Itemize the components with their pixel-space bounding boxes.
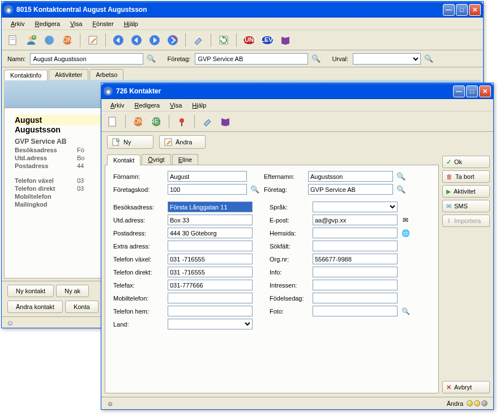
field-select[interactable]	[168, 319, 253, 329]
field-input[interactable]	[313, 267, 398, 277]
foretag-input[interactable]	[308, 184, 393, 195]
toolbar: + KONT KUND LEV.	[2, 30, 483, 50]
titlebar[interactable]: ◉ 726 Kontakter — □ ✕	[101, 83, 493, 99]
efternamn-input[interactable]	[308, 171, 393, 182]
titlebar[interactable]: ◉ 8015 Kontaktcentral August Augustsson …	[2, 2, 483, 18]
close-button[interactable]: ✕	[479, 85, 491, 97]
avbryt-button[interactable]: ✕Avbryt	[442, 381, 490, 393]
tab-eline[interactable]: Eline	[172, 154, 198, 165]
tool-kont-icon[interactable]: KONT	[59, 32, 75, 48]
aktivitet-button[interactable]: ▶Aktivitet	[442, 185, 490, 198]
tab-kontaktinfo[interactable]: Kontaktinfo	[4, 70, 48, 80]
field-input[interactable]	[313, 280, 398, 290]
field-label: Telefon hem:	[113, 308, 164, 315]
field-input[interactable]	[313, 254, 398, 264]
search-icon[interactable]: 🔍	[396, 172, 405, 181]
tool-lev-icon[interactable]: LEV.	[259, 32, 275, 48]
mail-icon[interactable]: ✉	[401, 216, 410, 225]
tool-fwd-icon[interactable]	[147, 32, 163, 48]
menu-redigera[interactable]: Redigera	[30, 19, 65, 28]
field-input[interactable]	[168, 202, 253, 212]
field-input[interactable]	[313, 306, 398, 316]
field-input[interactable]	[168, 254, 253, 264]
importera-button: ⬇Importera	[442, 215, 490, 227]
field-input[interactable]	[168, 241, 253, 251]
tool-book-icon[interactable]	[277, 32, 293, 48]
contact-form: Förnamn: Efternamn: 🔍 Företagskod: 🔍 För…	[105, 165, 439, 393]
field-input[interactable]	[168, 228, 253, 238]
tool-book-icon[interactable]	[217, 114, 233, 130]
tool-fwd2-icon[interactable]	[165, 32, 181, 48]
ny-kontakt-button[interactable]: Ny kontakt	[7, 285, 54, 297]
tool-refresh-icon[interactable]	[216, 32, 232, 48]
search-icon[interactable]: 🔍	[250, 185, 259, 194]
ny-button[interactable]: +Ny	[107, 135, 153, 149]
menu-fonster[interactable]: Fönster	[88, 19, 118, 28]
menu-visa[interactable]: Visa	[165, 101, 186, 110]
tab-aktiviteter[interactable]: Aktiviteter	[49, 69, 88, 80]
field-input[interactable]	[313, 293, 398, 303]
field-select[interactable]	[313, 202, 398, 212]
tool-new-icon[interactable]	[5, 32, 21, 48]
tool-edit-icon[interactable]	[85, 32, 101, 48]
andra-button[interactable]: Ändra	[159, 135, 206, 149]
field-label: Sökfält:	[270, 243, 309, 250]
menu-hjalp[interactable]: Hjälp	[187, 101, 211, 110]
tabort-button[interactable]: 🗑Ta bort	[442, 170, 490, 183]
minimize-button[interactable]: —	[443, 4, 455, 16]
field-input[interactable]	[168, 280, 253, 290]
tool-user-icon[interactable]: +	[23, 32, 39, 48]
menu-hjalp[interactable]: Hjälp	[119, 19, 143, 28]
search-icon[interactable]: 🔍	[401, 307, 410, 316]
field-input[interactable]	[168, 293, 253, 303]
fornamn-label: Förnamn:	[113, 173, 164, 180]
field-input[interactable]	[313, 241, 398, 251]
field-input[interactable]	[313, 228, 398, 238]
field-input[interactable]	[168, 306, 253, 316]
sms-button[interactable]: ✉SMS	[442, 200, 490, 212]
menu-arkiv[interactable]: Arkiv	[6, 19, 29, 28]
minimize-button[interactable]: —	[453, 85, 465, 97]
field-input[interactable]	[313, 215, 398, 225]
tab-arbetso[interactable]: Arbetso	[89, 69, 123, 80]
fornamn-input[interactable]	[168, 171, 247, 182]
andra-kontakt-button[interactable]: Ändra kontakt	[7, 301, 63, 313]
urval-select[interactable]	[353, 53, 421, 65]
konta-button[interactable]: Konta	[65, 301, 99, 313]
search-icon[interactable]: 🔍	[424, 54, 433, 63]
menu-arkiv[interactable]: Arkiv	[106, 101, 129, 110]
search-icon[interactable]: 🔍	[147, 54, 156, 63]
tool-foretag-icon[interactable]: FÖRETAG	[148, 114, 164, 130]
close-button[interactable]: ✕	[469, 4, 481, 16]
search-icon[interactable]: 🔍	[396, 185, 405, 194]
svg-point-24	[180, 118, 184, 123]
tab-kontakt[interactable]: Kontakt	[107, 155, 140, 165]
name-input[interactable]	[30, 53, 143, 65]
tool-kont-icon[interactable]: KONT	[130, 114, 146, 130]
tool-new-icon[interactable]	[105, 114, 121, 130]
foretagskod-input[interactable]	[168, 184, 247, 195]
ny-ak-button[interactable]: Ny ak	[56, 285, 89, 297]
tool-back-icon[interactable]	[110, 32, 126, 48]
menubar: Arkiv Redigera Visa Fönster Hjälp	[2, 18, 483, 30]
tool-eraser-icon[interactable]	[190, 32, 206, 48]
search-icon[interactable]: 🔍	[311, 54, 321, 63]
maximize-button[interactable]: □	[466, 85, 478, 97]
tab-ovrigt[interactable]: Övrigt	[142, 154, 170, 165]
field-input[interactable]	[168, 215, 253, 225]
maximize-button[interactable]: □	[456, 4, 468, 16]
card-row-label: Telefon växel	[15, 177, 77, 184]
svg-rect-19	[109, 117, 116, 126]
ok-button[interactable]: ✓Ok	[442, 156, 490, 168]
tool-back2-icon[interactable]	[129, 32, 144, 48]
field-label: E-post:	[270, 217, 309, 224]
web-icon[interactable]: 🌐	[401, 229, 410, 238]
menu-redigera[interactable]: Redigera	[130, 101, 164, 110]
tool-globe-icon[interactable]	[41, 32, 57, 48]
tool-pin-icon[interactable]	[174, 114, 190, 130]
menu-visa[interactable]: Visa	[66, 19, 87, 28]
tool-kund-icon[interactable]: KUND	[241, 32, 257, 48]
tool-eraser-icon[interactable]	[199, 114, 215, 130]
company-input[interactable]	[195, 53, 308, 65]
field-input[interactable]	[168, 267, 253, 277]
